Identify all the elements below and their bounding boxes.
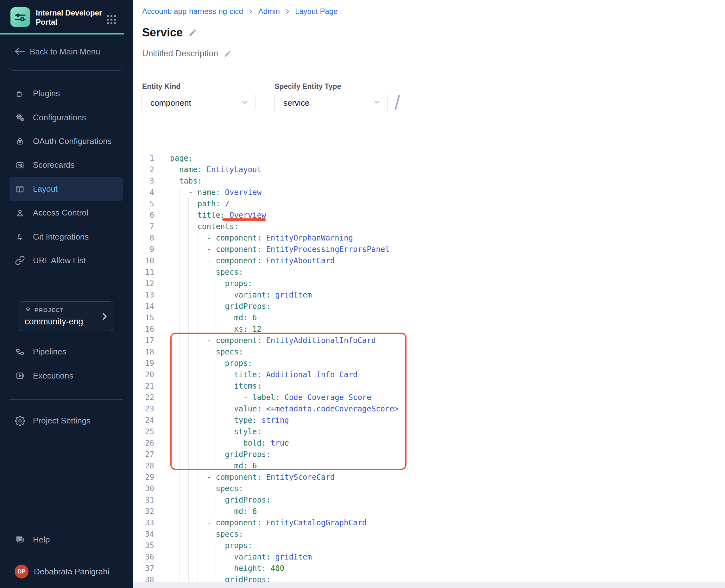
sidebar-item-help[interactable]: ? Help (9, 528, 123, 552)
play-icon (15, 370, 25, 381)
section-divider (9, 65, 123, 70)
divider (9, 285, 123, 285)
user-profile[interactable]: DP Debabrata Panigrahi (9, 558, 127, 586)
code-line: 7 contents: (133, 221, 725, 232)
code-line: 27 gridProps: (133, 449, 725, 460)
sidebar-item-url-allow-list[interactable]: URL Allow List (9, 249, 123, 272)
code-line: 34 specs: (133, 528, 725, 540)
code-line: 28 md: 6 (133, 460, 725, 471)
code-line: 32 md: 6 (133, 506, 725, 517)
yaml-code-editor[interactable]: 1page:2 name: EntityLayout3 tabs:4 - nam… (133, 152, 725, 586)
code-line: 24 type: string (133, 415, 725, 426)
entity-kind-value: component (150, 98, 241, 108)
code-line: 14 gridProps: (133, 301, 725, 312)
code-line: 35 props: (133, 540, 725, 551)
code-line: 3 tabs: (133, 175, 725, 187)
code-line: 26 bold: true (133, 437, 725, 449)
sidebar-item-access-control[interactable]: Access Control (9, 201, 123, 225)
code-line: 16 xs: 12 (133, 323, 725, 335)
code-line: 22 - label: Code Coverage Score (133, 392, 725, 403)
edit-description-pencil-icon[interactable] (224, 50, 232, 58)
entity-type-label: Specify Entity Type (274, 82, 341, 91)
sidebar-item-git-integrations[interactable]: Git Integrations (9, 225, 123, 248)
sidebar-item-plugins[interactable]: Plugins (9, 82, 123, 105)
edit-title-pencil-icon[interactable] (188, 28, 197, 37)
code-line: 8 - component: EntityOrphanWarning (133, 232, 725, 244)
chevron-right-icon (284, 8, 291, 15)
sidebar-item-label: Configurations (33, 113, 86, 123)
lock-icon (15, 136, 25, 147)
gears-icon (15, 112, 25, 123)
sidebar-item-configurations[interactable]: Configurations (9, 105, 123, 129)
red-underline-annotation (222, 218, 266, 221)
project-selector[interactable]: PROJECT community-eng (19, 301, 113, 331)
nav-main: PluginsConfigurationsOAuth Configuration… (9, 82, 123, 272)
chevron-down-icon (241, 98, 249, 108)
teal-accent-divider (0, 33, 124, 35)
entity-kind-label: Entity Kind (142, 82, 181, 91)
code-line: 13 variant: gridItem (133, 289, 725, 301)
pipeline-icon (15, 346, 25, 357)
person-icon (15, 208, 25, 218)
puzzle-icon (15, 88, 25, 99)
app-grid-menu-icon[interactable] (106, 15, 117, 25)
code-line: 17 - component: EntityAdditionalInfoCard (133, 335, 725, 346)
sidebar-item-label: Access Control (33, 208, 88, 218)
back-to-main-menu-label: Back to Main Menu (30, 47, 100, 57)
editor-scrollbar-track[interactable] (133, 582, 725, 588)
code-line: 19 props: (133, 358, 725, 369)
back-to-main-menu-button[interactable]: Back to Main Menu (14, 47, 100, 57)
project-name: community-eng (25, 317, 107, 327)
nav-pipelines: PipelinesExecutions (9, 340, 123, 388)
nav-settings: Project Settings (9, 409, 123, 433)
sidebar-item-layout[interactable]: Layout (9, 177, 123, 201)
entity-type-value: service (283, 98, 373, 108)
sidebar: Internal Developer Portal Back to Main M… (0, 0, 133, 588)
sidebar-item-label: Pipelines (33, 347, 66, 357)
code-line: 11 specs: (133, 267, 725, 278)
divider (0, 519, 133, 519)
harness-idp-logo-icon (11, 7, 30, 27)
breadcrumb-item[interactable]: Admin (258, 7, 280, 16)
page-title: Service (142, 26, 183, 39)
code-line: 2 name: EntityLayout (133, 164, 725, 175)
sidebar-item-project-settings[interactable]: Project Settings (9, 409, 123, 433)
sidebar-item-label: Scorecards (33, 160, 75, 170)
app-window: Internal Developer Portal Back to Main M… (0, 0, 725, 588)
breadcrumb: Account: app-harness-ng-cicdAdminLayout … (142, 7, 338, 16)
code-line: 9 - component: EntityProcessingErrorsPan… (133, 244, 725, 255)
arrow-left-icon (14, 47, 25, 57)
sidebar-item-scorecards[interactable]: Scorecards (9, 153, 123, 177)
layout-icon (15, 184, 25, 194)
breadcrumb-item[interactable]: Account: app-harness-ng-cicd (142, 7, 243, 16)
help-label: Help (33, 535, 50, 545)
code-line: 25 style: (133, 426, 725, 437)
sidebar-item-oauth-configurations[interactable]: OAuth Configurations (9, 129, 123, 153)
entity-type-dropdown[interactable]: service (274, 94, 388, 112)
code-line: 29 - component: EntityScoreCard (133, 471, 725, 483)
breadcrumb-item[interactable]: Layout Page (295, 7, 338, 16)
page-description: Unititled Description (142, 49, 218, 59)
sidebar-item-executions[interactable]: Executions (9, 364, 123, 387)
chevron-right-icon (100, 312, 109, 322)
sidebar-item-label: URL Allow List (33, 256, 86, 266)
branch-icon (15, 231, 25, 242)
avatar: DP (15, 565, 28, 579)
sidebar-item-label: Plugins (33, 89, 60, 99)
code-line: 21 items: (133, 380, 725, 392)
gear-icon (15, 416, 25, 426)
sidebar-item-label: Layout (33, 184, 58, 194)
code-line: 30 specs: (133, 483, 725, 494)
help-chat-icon: ? (15, 534, 25, 545)
entity-kind-dropdown[interactable]: component (142, 94, 255, 112)
sidebar-item-label: Project Settings (33, 416, 90, 426)
code-line: 12 props: (133, 278, 725, 289)
sidebar-item-pipelines[interactable]: Pipelines (9, 340, 123, 364)
chevron-right-icon (248, 8, 254, 15)
main-content: Account: app-harness-ng-cicdAdminLayout … (133, 0, 725, 588)
code-line: 5 path: / (133, 198, 725, 210)
code-line: 4 - name: Overview (133, 187, 725, 198)
code-line: 23 value: <+metadata.codeCoverageScore> (133, 403, 725, 415)
divider (133, 74, 725, 75)
sidebar-item-label: OAuth Configurations (33, 136, 112, 146)
